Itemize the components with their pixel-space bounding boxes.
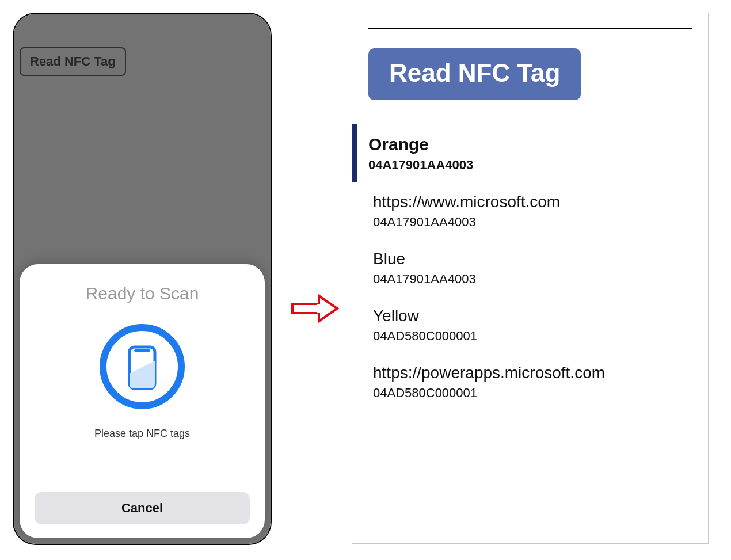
item-title: Blue	[373, 250, 696, 268]
list-item[interactable]: Orange 04A17901AA4003	[352, 124, 708, 182]
item-subtitle: 04AD580C000001	[373, 386, 696, 401]
nfc-scan-sheet: Ready to Scan Please tap NFC tags Cancel	[20, 264, 265, 538]
button-label: Read NFC Tag	[389, 59, 560, 87]
list-item[interactable]: https://www.microsoft.com 04A17901AA4003	[352, 182, 708, 239]
item-title: https://powerapps.microsoft.com	[373, 364, 696, 382]
item-subtitle: 04A17901AA4003	[373, 272, 696, 287]
read-nfc-tag-button[interactable]: Read NFC Tag	[368, 48, 581, 100]
list-item[interactable]: https://powerapps.microsoft.com 04AD580C…	[352, 353, 708, 410]
nfc-scan-icon	[96, 321, 188, 413]
item-title: Yellow	[373, 307, 696, 325]
result-list: Orange 04A17901AA4003 https://www.micros…	[352, 124, 708, 410]
svg-rect-3	[292, 304, 319, 313]
result-panel: Read NFC Tag Orange 04A17901AA4003 https…	[352, 13, 709, 544]
phone-screen: Read NFC Tag Ready to Scan Please tap NF…	[14, 14, 271, 544]
item-subtitle: 04A17901AA4003	[368, 158, 696, 173]
item-title: Orange	[368, 135, 696, 154]
sheet-message: Please tap NFC tags	[94, 428, 190, 440]
arrow-icon	[291, 294, 340, 326]
cancel-label: Cancel	[121, 501, 163, 515]
item-subtitle: 04AD580C000001	[373, 329, 696, 344]
list-item[interactable]: Blue 04A17901AA4003	[352, 239, 708, 296]
panel-divider	[368, 28, 692, 29]
cancel-button[interactable]: Cancel	[35, 492, 250, 524]
sheet-title: Ready to Scan	[86, 284, 199, 303]
list-item[interactable]: Yellow 04AD580C000001	[352, 296, 708, 353]
phone-frame: Read NFC Tag Ready to Scan Please tap NF…	[13, 13, 272, 545]
item-title: https://www.microsoft.com	[373, 193, 696, 211]
item-subtitle: 04A17901AA4003	[373, 215, 696, 230]
svg-rect-4	[317, 304, 321, 313]
svg-point-0	[103, 327, 181, 406]
